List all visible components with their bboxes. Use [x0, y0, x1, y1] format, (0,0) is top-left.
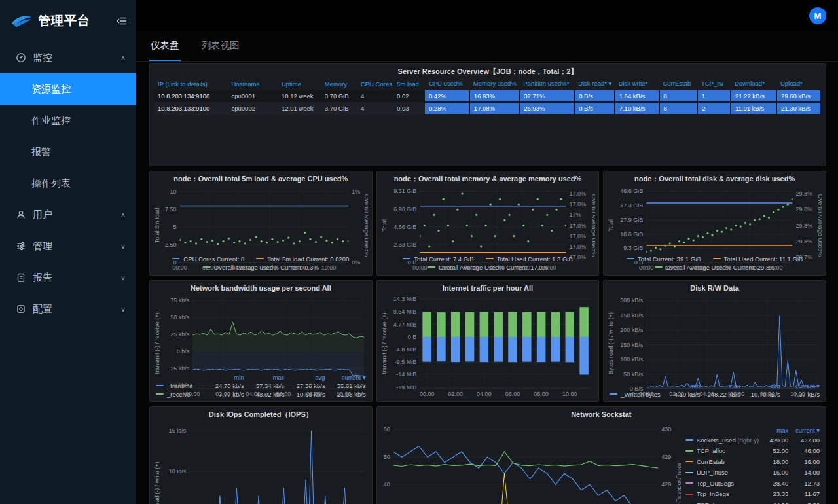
svg-text:Bytes read (-) / write (+): Bytes read (-) / write (+) [608, 312, 614, 374]
svg-text:Total: Total [608, 219, 614, 232]
svg-text:06:00: 06:00 [505, 391, 520, 397]
panel-disk-iops: Disk IOps Completed（IOPS） 15 io/s10 io/s… [149, 406, 373, 504]
svg-text:04:00: 04:00 [477, 391, 492, 397]
brand-logo-icon [10, 13, 33, 29]
column-header[interactable]: Upload* [776, 78, 821, 90]
svg-text:02:00: 02:00 [665, 264, 680, 271]
svg-text:40: 40 [383, 481, 390, 488]
legend-header[interactable]: max [761, 426, 790, 435]
sub-item-label: 作业监控 [31, 115, 71, 127]
column-header[interactable]: TCP_tw [697, 78, 731, 90]
svg-text:50 kB/s: 50 kB/s [624, 371, 644, 378]
chart-load-cpu[interactable]: 107.5052.5001%0%00:0002:0004:0006:0008:0… [154, 184, 368, 253]
column-header[interactable]: Memory [321, 78, 357, 90]
svg-text:29.8%: 29.8% [796, 190, 813, 197]
svg-text:1%: 1% [352, 189, 360, 195]
panel-title: Internet traffic per hour All [381, 283, 595, 293]
column-header[interactable]: 5m load [393, 78, 425, 90]
sidebar-item-resource-monitoring[interactable]: 资源监控 [0, 73, 136, 105]
legend-series[interactable]: Tcp_OutSegs [683, 478, 761, 489]
legend-series[interactable]: Tcp_InSegs [683, 489, 761, 500]
svg-text:08:00: 08:00 [291, 264, 306, 271]
user-avatar[interactable]: M [809, 7, 826, 24]
chart-disk-iops[interactable]: 15 io/s10 io/s5 io/sIO read (-) / write … [154, 420, 368, 504]
panel-title: node：Overall total memory & average memo… [381, 173, 595, 184]
svg-text:04:00: 04:00 [691, 264, 706, 271]
svg-text:5: 5 [173, 224, 177, 230]
legend-header[interactable]: current ▾ [790, 426, 822, 435]
svg-text:00:00: 00:00 [639, 264, 654, 271]
column-header[interactable]: Download* [731, 78, 776, 90]
svg-text:00:00: 00:00 [412, 264, 428, 271]
svg-text:-50 kb/s: -50 kb/s [168, 382, 190, 389]
column-header[interactable]: Disk read* ▾ [574, 78, 615, 90]
ip-link[interactable]: 10.8.203.133:9100 [154, 102, 228, 115]
tab-dashboard[interactable]: 仪表盘 [149, 31, 181, 61]
column-header[interactable]: CurrEstab [659, 78, 697, 90]
column-header[interactable]: Hostname [228, 78, 278, 90]
chart-network-sockstat[interactable]: 6050403020430429429428428Total_Sockets_u… [381, 420, 681, 504]
svg-text:150 kB/s: 150 kB/s [620, 342, 644, 348]
ip-link[interactable]: 10.8.203.134:9100 [154, 90, 228, 102]
svg-text:08:00: 08:00 [742, 264, 757, 271]
panel-title: Server Resource Overview【JOB：node，Total：… [154, 66, 822, 77]
view-tabs: 仪表盘 列表视图 [136, 31, 838, 62]
legend-series[interactable]: TCP_alloc [683, 446, 761, 457]
column-header[interactable]: Partition used%* [519, 78, 574, 90]
sidebar-item-alerts[interactable]: 报警 [0, 136, 136, 168]
svg-text:17.0%: 17.0% [569, 190, 586, 197]
menu-fold-icon[interactable] [117, 16, 127, 26]
sidebar-item-configuration[interactable]: 配置 ∨ [0, 293, 136, 325]
sidebar-item-reports[interactable]: 报告 ∨ [0, 262, 136, 293]
panel-network-bandwidth: Network bandwidth usage per second All 7… [149, 280, 373, 402]
chart-memory[interactable]: 9.31 GiB6.98 GiB4.66 GiB2.33 GiB0 B17.0%… [381, 184, 595, 253]
svg-text:75 kb/s: 75 kb/s [170, 297, 190, 304]
svg-text:-9.5 MiB: -9.5 MiB [394, 359, 416, 365]
chart-network-bandwidth[interactable]: 75 kb/s50 kb/s25 kb/s0 b/s-25 kb/s-50 kb… [154, 293, 368, 373]
svg-text:2.33 GiB: 2.33 GiB [393, 242, 416, 248]
legend-network-sockstat: maxcurrent ▾Sockets_used (right-y)429.00… [681, 420, 822, 504]
legend-series-row: Tcp_InSegs23.3311.67 [683, 489, 822, 500]
sidebar-item-job-monitoring[interactable]: 作业监控 [0, 105, 136, 136]
svg-text:250 kB/s: 250 kB/s [620, 312, 644, 319]
column-header[interactable]: Memory used% [469, 78, 519, 90]
chart-internet-traffic[interactable]: 14.3 MiB9.54 MiB4.77 MiB0 B-4.8 MiB-9.5 … [381, 293, 595, 399]
svg-text:IO read (-) / write (+): IO read (-) / write (+) [154, 462, 160, 504]
sidebar-item-users[interactable]: 用户 ∧ [0, 199, 136, 230]
svg-text:Total 5m load: Total 5m load [154, 208, 160, 243]
svg-text:06:00: 06:00 [262, 264, 277, 271]
brand-title: 管理平台 [38, 12, 111, 29]
column-header[interactable]: CPU Cores [357, 78, 393, 90]
sidebar-item-label: 配置 [33, 303, 52, 315]
svg-text:02:00: 02:00 [215, 391, 230, 397]
column-header[interactable]: CPU used% [425, 78, 469, 90]
chart-disk-rw[interactable]: 300 kB/s250 kB/s200 kB/s150 kB/s100 kB/s… [608, 293, 822, 382]
sub-item-label: 操作列表 [31, 177, 71, 190]
chart-disk[interactable]: 46.6 GiB37.3 GiB27.9 GiB18.6 GiB9.3 GiB0… [608, 184, 822, 253]
sidebar-item-operation-list[interactable]: 操作列表 [0, 168, 136, 199]
svg-text:50: 50 [383, 454, 390, 460]
legend-series[interactable]: CurrEstab [683, 456, 761, 467]
panel-disk: node：Overall total disk & average disk u… [603, 171, 826, 276]
panel-title: Disk R/W Data [608, 283, 822, 293]
svg-text:60: 60 [383, 426, 390, 433]
column-header[interactable]: Disk write* [615, 78, 659, 90]
column-header[interactable]: IP (Link to details) [154, 78, 228, 90]
server-table: IP (Link to details)HostnameUptimeMemory… [154, 78, 822, 115]
sidebar-item-management[interactable]: 管理 ∨ [0, 230, 136, 262]
svg-text:00:00: 00:00 [420, 391, 435, 397]
svg-text:-25 kb/s: -25 kb/s [168, 365, 190, 372]
legend-series[interactable]: Sockets_used (right-y) [683, 435, 761, 446]
svg-text:06:00: 06:00 [730, 391, 745, 397]
chevron-down-icon: ∨ [120, 274, 126, 282]
chevron-down-icon: ∨ [120, 305, 126, 314]
sidebar-item-monitoring[interactable]: 监控 ∧ [0, 42, 136, 73]
svg-text:6.98 GiB: 6.98 GiB [393, 206, 416, 213]
svg-text:10:00: 10:00 [541, 264, 556, 271]
tab-list-view[interactable]: 列表视图 [200, 31, 241, 61]
column-header[interactable]: Uptime [278, 78, 321, 90]
legend-series[interactable]: UDP_inuse [683, 467, 761, 478]
svg-text:17.0%: 17.0% [569, 233, 586, 240]
svg-text:37.3 GiB: 37.3 GiB [620, 202, 643, 209]
legend-series[interactable]: TCP_tw [683, 499, 761, 504]
